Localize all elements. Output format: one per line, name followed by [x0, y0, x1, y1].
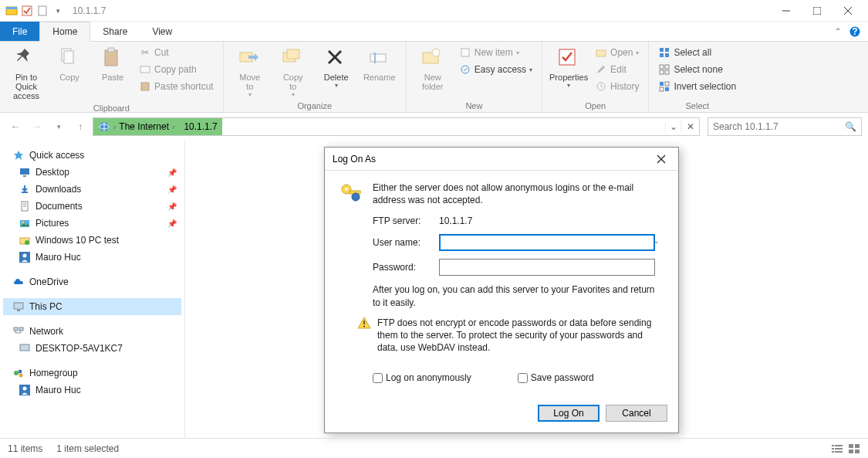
address-leaf[interactable]: 10.1.1.7 [179, 118, 221, 135]
close-button[interactable] [833, 0, 863, 22]
up-button[interactable]: ↑ [71, 117, 90, 136]
stop-refresh-button[interactable]: ✕ [681, 121, 699, 132]
help-icon[interactable]: ? [849, 26, 860, 37]
svg-rect-84 [849, 444, 853, 448]
new-item-button[interactable]: New item ▾ [456, 45, 535, 60]
svg-rect-32 [660, 53, 664, 57]
move-to-button[interactable]: Move to▾ [230, 45, 270, 100]
dialog-close-button[interactable] [652, 150, 670, 168]
address-history-button[interactable]: ⌄ [665, 121, 681, 132]
save-password-checkbox-input[interactable] [518, 373, 528, 383]
dialog-buttons: Log On Cancel [325, 405, 678, 433]
forward-button[interactable]: → [28, 117, 46, 136]
copyto-icon [281, 46, 306, 71]
sidebar-item-pictures[interactable]: Pictures📌 [3, 215, 181, 232]
pin-icon: 📌 [167, 202, 177, 211]
tab-home[interactable]: Home [39, 22, 90, 42]
invert-selection-button[interactable]: Invert selection [655, 79, 739, 94]
logon-button[interactable]: Log On [538, 405, 599, 422]
properties-button[interactable]: Properties▾ [549, 45, 589, 90]
tab-file[interactable]: File [0, 22, 39, 41]
path-icon [139, 63, 151, 76]
search-icon[interactable]: 🔍 [845, 121, 856, 132]
cancel-button[interactable]: Cancel [606, 405, 667, 422]
sidebar-item-desktop[interactable]: Desktop📌 [3, 164, 181, 181]
svg-rect-11 [64, 51, 73, 63]
new-folder-button[interactable]: New folder [413, 45, 453, 93]
username-dropdown-icon[interactable]: ⌄ [654, 237, 660, 245]
sidebar-item-documents[interactable]: Documents📌 [3, 198, 181, 215]
edit-button[interactable]: Edit [592, 62, 642, 77]
copy-to-button[interactable]: Copy to▾ [273, 45, 313, 100]
breadcrumb-internet[interactable]: The Internet [119, 121, 169, 132]
back-button[interactable]: ← [6, 117, 25, 136]
open-button[interactable]: Open ▾ [592, 45, 642, 60]
recent-locations-button[interactable]: ▾ [49, 117, 68, 136]
cut-button[interactable]: ✂Cut [136, 45, 217, 60]
sidebar-network-pc[interactable]: DESKTOP-5AV1KC7 [3, 340, 181, 357]
svg-rect-46 [23, 175, 26, 177]
svg-point-67 [19, 374, 23, 378]
window-title: 10.1.1.7 [73, 5, 106, 16]
svg-point-54 [25, 240, 29, 245]
tab-share[interactable]: Share [90, 22, 140, 41]
breadcrumb-ip[interactable]: 10.1.1.7 [184, 121, 217, 132]
details-view-button[interactable] [831, 443, 843, 454]
anon-checkbox[interactable]: Log on anonymously [373, 372, 471, 383]
address-bar[interactable]: › The Internet › 10.1.1.7 ⌄ ✕ [93, 117, 700, 136]
thumbnails-view-button[interactable] [848, 443, 860, 454]
sidebar-this-pc[interactable]: This PC [3, 298, 181, 315]
pc-icon [12, 300, 25, 313]
svg-rect-60 [19, 327, 23, 331]
svg-rect-78 [832, 445, 834, 446]
svg-rect-35 [665, 65, 669, 69]
search-input[interactable] [713, 121, 845, 132]
username-input[interactable] [439, 234, 655, 251]
sidebar-homegroup[interactable]: Homegroup [3, 365, 181, 382]
qat-dropdown-icon[interactable]: ▾ [51, 4, 65, 18]
copy-button[interactable]: Copy [49, 45, 90, 83]
save-password-checkbox[interactable]: Save password [518, 372, 594, 383]
sidebar-item-downloads[interactable]: Downloads📌 [3, 181, 181, 198]
move-icon [238, 46, 262, 71]
select-none-button[interactable]: Select none [655, 62, 739, 77]
group-label-select: Select [655, 100, 739, 110]
anon-checkbox-input[interactable] [373, 373, 383, 383]
easy-access-button[interactable]: Easy access ▾ [456, 62, 535, 77]
paste-button[interactable]: Paste [93, 45, 133, 83]
status-item-count: 11 items [8, 443, 42, 454]
address-root[interactable]: › The Internet › [93, 118, 179, 135]
navigation-pane: Quick access Desktop📌 Downloads📌 Documen… [0, 141, 185, 438]
page-icon[interactable] [35, 4, 49, 18]
tab-view[interactable]: View [140, 22, 184, 41]
paste-icon [100, 46, 125, 71]
minimize-button[interactable] [771, 0, 802, 22]
select-all-button[interactable]: Select all [655, 45, 739, 60]
sidebar-homegroup-user[interactable]: Mauro Huc [3, 382, 181, 399]
copy-icon [57, 46, 82, 71]
dialog-titlebar: Log On As [325, 148, 678, 171]
search-box[interactable]: 🔍 [708, 117, 862, 136]
sidebar-network[interactable]: Network [3, 323, 181, 340]
sidebar-quick-access[interactable]: Quick access [3, 147, 181, 164]
svg-rect-83 [835, 451, 843, 453]
collapse-ribbon-icon[interactable]: ⌃ [834, 26, 842, 37]
paste-shortcut-button[interactable]: Paste shortcut [136, 79, 217, 94]
history-button[interactable]: History [592, 79, 642, 94]
svg-rect-64 [20, 344, 29, 351]
sidebar-onedrive[interactable]: OneDrive [3, 273, 181, 290]
explorer-icon [5, 4, 19, 18]
scissors-icon: ✂ [139, 46, 151, 59]
sidebar-item-custom-folder[interactable]: Windows 10 PC test [3, 232, 181, 249]
maximize-button[interactable] [802, 0, 833, 22]
sidebar-item-user[interactable]: Mauro Huc [3, 249, 181, 266]
checkbox-icon[interactable] [20, 4, 34, 18]
copy-path-button[interactable]: Copy path [136, 62, 217, 77]
svg-rect-40 [660, 87, 664, 91]
delete-button[interactable]: Delete▾ [316, 45, 356, 90]
password-input[interactable] [439, 259, 655, 276]
pin-to-quick-access-button[interactable]: Pin to Quick access [6, 45, 46, 102]
rename-button[interactable]: Rename [360, 45, 400, 83]
svg-rect-59 [14, 327, 18, 331]
properties-icon [556, 46, 581, 71]
